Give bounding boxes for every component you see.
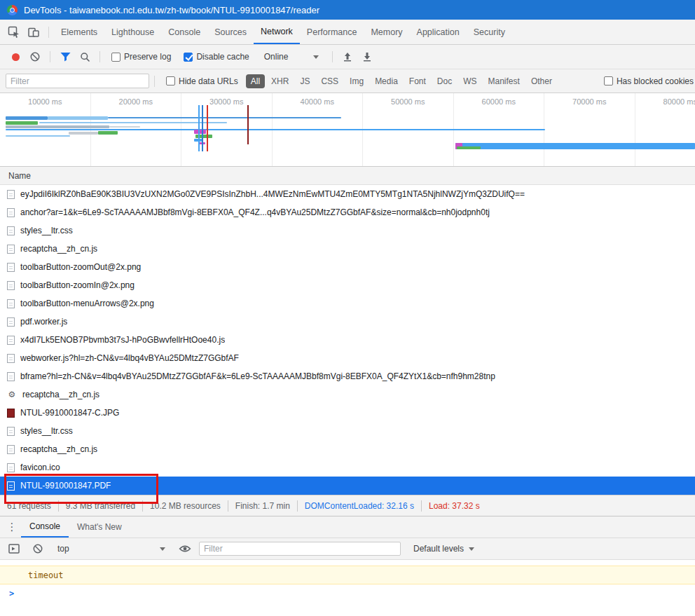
network-overview-timeline[interactable]: 10000 ms20000 ms30000 ms40000 ms50000 ms…: [0, 93, 695, 167]
drawer-menu-icon[interactable]: ⋮: [3, 521, 21, 533]
divider: [99, 51, 100, 62]
table-row[interactable]: x4dI7Lk5ENOB7Pbvmb3t7sJ-hPoGBwvfellrHtOo…: [0, 331, 695, 349]
table-row[interactable]: toolbarButton-menuArrows@2x.png: [0, 294, 695, 313]
tab-sources[interactable]: Sources: [207, 20, 254, 44]
file-icon: [7, 299, 15, 308]
request-type-filter-xhr[interactable]: XHR: [266, 74, 294, 88]
event-divider-line: [207, 105, 208, 151]
table-row[interactable]: toolbarButton-zoomOut@2x.png: [0, 258, 695, 276]
tab-elements[interactable]: Elements: [54, 20, 104, 44]
devtools-window: DevTools - taiwanebook.ncl.edu.tw/zh-tw/…: [0, 0, 695, 616]
table-row[interactable]: styles__ltr.css: [0, 221, 695, 240]
tab-security[interactable]: Security: [467, 20, 512, 44]
inspect-element-icon[interactable]: [4, 23, 24, 41]
request-type-filter-css[interactable]: CSS: [316, 74, 343, 88]
file-icon: [7, 463, 15, 472]
log-levels-dropdown[interactable]: Default levels: [413, 544, 474, 554]
name-column-header[interactable]: Name: [8, 171, 31, 181]
table-row[interactable]: recaptcha__zh_cn.js: [0, 440, 695, 458]
requests-table-header[interactable]: Name: [0, 167, 695, 185]
request-type-filter-font[interactable]: Font: [404, 74, 431, 88]
request-type-filter-media[interactable]: Media: [370, 74, 403, 88]
import-har-icon[interactable]: [338, 48, 357, 66]
checkbox-unchecked: [111, 53, 121, 62]
summary-item: DOMContentLoaded: 32.16 s: [297, 500, 421, 512]
table-row[interactable]: NTUL-9910001847.PDF: [0, 477, 695, 495]
summary-item: 61 requests: [0, 500, 58, 512]
drawer-tabs: ConsoleWhat's New: [21, 516, 130, 538]
request-name: toolbarButton-zoomOut@2x.png: [20, 262, 141, 272]
tab-performance[interactable]: Performance: [300, 20, 364, 44]
request-type-filter-img[interactable]: Img: [345, 74, 369, 88]
summary-item: Finish: 1.7 min: [228, 500, 297, 512]
record-button[interactable]: [6, 48, 25, 66]
file-icon: [7, 226, 15, 235]
table-row[interactable]: recaptcha__zh_cn.js: [0, 240, 695, 258]
disable-cache-checkbox[interactable]: Disable cache: [184, 52, 249, 62]
console-prompt-input[interactable]: [20, 584, 695, 603]
file-icon: [7, 263, 15, 272]
file-icon: [7, 281, 15, 290]
preserve-log-label: Preserve log: [124, 52, 171, 62]
export-har-icon[interactable]: [357, 48, 377, 66]
tab-lighthouse[interactable]: Lighthouse: [104, 20, 161, 44]
table-row[interactable]: NTUL-9910001847-C.JPG: [0, 404, 695, 422]
table-row[interactable]: eyJpdiI6IklRZ0hBaE90K3BIU3VzUXN2MGo0ZVE9…: [0, 185, 695, 203]
table-row[interactable]: styles__ltr.css: [0, 422, 695, 440]
context-value: top: [57, 544, 69, 554]
file-icon: [7, 208, 15, 217]
eye-icon[interactable]: [175, 540, 195, 558]
console-sidebar-icon[interactable]: [4, 540, 24, 558]
table-row[interactable]: favicon.ico: [0, 458, 695, 477]
network-filter-input[interactable]: [6, 74, 149, 88]
checkbox-checked: [184, 53, 193, 62]
table-row[interactable]: bframe?hl=zh-CN&v=4lbq4vBYAu25DMtzZ7GGbf…: [0, 367, 695, 385]
tab-network[interactable]: Network: [254, 20, 300, 44]
panel-tabs: ElementsLighthouseConsoleSourcesNetworkP…: [54, 20, 512, 44]
divider: [332, 51, 333, 62]
file-icon: [7, 245, 15, 254]
summary-item: Load: 37.32 s: [421, 500, 487, 512]
record-icon: [12, 53, 20, 61]
has-blocked-cookies-checkbox[interactable]: Has blocked cookies: [604, 76, 694, 86]
request-type-filter-other[interactable]: Other: [526, 74, 557, 88]
request-type-filter-doc[interactable]: Doc: [432, 74, 457, 88]
request-type-filter-ws[interactable]: WS: [458, 74, 481, 88]
clear-button[interactable]: [25, 48, 45, 66]
file-icon: [7, 354, 15, 363]
request-name: styles__ltr.css: [20, 426, 73, 436]
tab-application[interactable]: Application: [410, 20, 467, 44]
console-filter-input[interactable]: [199, 542, 401, 556]
drawer-tab-bar: ⋮ ConsoleWhat's New: [0, 516, 695, 538]
network-toolbar: Preserve log Disable cache Online: [0, 45, 695, 69]
search-icon[interactable]: [75, 48, 95, 66]
console-prompt-row: >: [0, 584, 695, 603]
request-name: favicon.ico: [20, 463, 60, 472]
preserve-log-checkbox[interactable]: Preserve log: [111, 52, 171, 62]
table-row[interactable]: pdf.worker.js: [0, 313, 695, 331]
network-summary-bar: 61 requests9.3 MB transferred10.2 MB res…: [0, 495, 695, 516]
filter-toggle-icon[interactable]: [55, 48, 75, 66]
drawer-tab-what-s-new[interactable]: What's New: [69, 516, 130, 538]
event-divider-line: [247, 105, 249, 144]
tab-memory[interactable]: Memory: [364, 20, 409, 44]
drawer-tab-console[interactable]: Console: [21, 516, 69, 538]
request-type-filter-all[interactable]: All: [246, 74, 265, 88]
network-filter-bar: Hide data URLs AllXHRJSCSSImgMediaFontDo…: [0, 69, 695, 93]
table-row[interactable]: toolbarButton-zoomIn@2x.png: [0, 276, 695, 294]
throttling-dropdown[interactable]: Online: [264, 52, 319, 62]
hide-data-urls-checkbox[interactable]: Hide data URLs: [166, 76, 238, 86]
context-selector[interactable]: top: [52, 544, 171, 554]
tab-console[interactable]: Console: [161, 20, 207, 44]
requests-table: eyJpdiI6IklRZ0hBaE90K3BIU3VzUXN2MGo0ZVE9…: [0, 185, 695, 495]
clear-console-icon[interactable]: [28, 540, 48, 558]
table-row[interactable]: anchor?ar=1&k=6Le9-ScTAAAAAMJBbf8mVgi-8E…: [0, 203, 695, 221]
table-row[interactable]: ⚙recaptcha__zh_cn.js: [0, 385, 695, 404]
disable-cache-label: Disable cache: [196, 52, 249, 62]
request-type-filter-js[interactable]: JS: [295, 74, 315, 88]
table-row[interactable]: webworker.js?hl=zh-CN&v=4lbq4vBYAu25DMtz…: [0, 349, 695, 367]
device-toolbar-icon[interactable]: [24, 23, 43, 41]
request-type-filter-manifest[interactable]: Manifest: [483, 74, 525, 88]
file-icon: [7, 190, 15, 199]
hide-data-urls-label: Hide data URLs: [179, 76, 238, 86]
